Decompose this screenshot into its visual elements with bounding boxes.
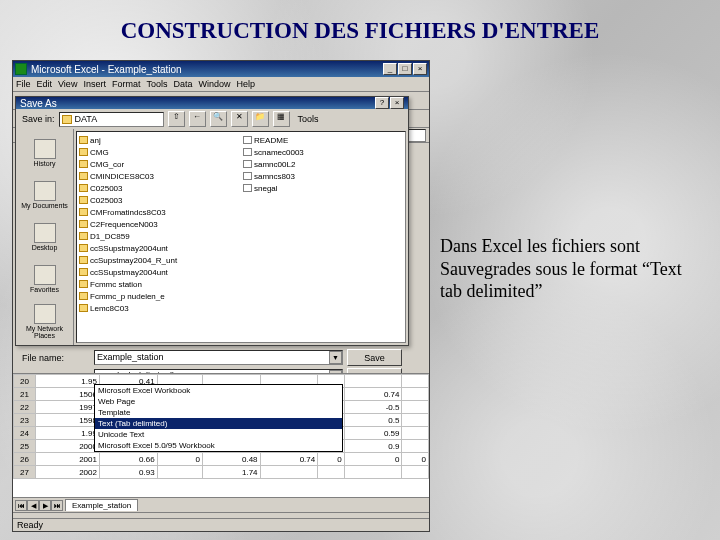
menu-edit[interactable]: Edit bbox=[37, 79, 53, 89]
file-item[interactable]: README bbox=[243, 134, 403, 146]
menu-insert[interactable]: Insert bbox=[83, 79, 106, 89]
file-item[interactable]: CMG bbox=[79, 146, 239, 158]
cell[interactable]: 1.74 bbox=[202, 466, 260, 479]
place-favorites[interactable]: Favorites bbox=[20, 259, 70, 299]
place-mydocs[interactable]: My Documents bbox=[20, 175, 70, 215]
file-item[interactable]: Fcmmc station bbox=[79, 278, 239, 290]
file-item[interactable]: anj bbox=[79, 134, 239, 146]
cell[interactable] bbox=[344, 466, 402, 479]
row-header[interactable]: 20 bbox=[14, 375, 36, 388]
tab-last-icon[interactable]: ⏭ bbox=[51, 500, 63, 511]
maximize-button[interactable]: □ bbox=[398, 63, 412, 75]
menu-format[interactable]: Format bbox=[112, 79, 141, 89]
file-item[interactable]: C2FrequenceN003 bbox=[79, 218, 239, 230]
row-header[interactable]: 23 bbox=[14, 414, 36, 427]
menu-window[interactable]: Window bbox=[198, 79, 230, 89]
file-item[interactable]: snegal bbox=[243, 182, 403, 194]
cell[interactable]: 1.95 bbox=[36, 375, 100, 388]
cell[interactable]: 0 bbox=[402, 453, 429, 466]
cell[interactable]: 0 bbox=[157, 453, 202, 466]
cell[interactable] bbox=[402, 440, 429, 453]
row-header[interactable]: 27 bbox=[14, 466, 36, 479]
dropdown-arrow-icon[interactable]: ▼ bbox=[329, 351, 342, 364]
menu-tools[interactable]: Tools bbox=[146, 79, 167, 89]
menu-file[interactable]: File bbox=[16, 79, 31, 89]
cell[interactable]: 0.5 bbox=[344, 414, 402, 427]
savetype-dropdown[interactable]: Microsoft Excel WorkbookWeb PageTemplate… bbox=[94, 384, 343, 452]
cell[interactable]: 1598 bbox=[36, 414, 100, 427]
place-history[interactable]: History bbox=[20, 133, 70, 173]
minimize-button[interactable]: _ bbox=[383, 63, 397, 75]
cell[interactable]: 0.9 bbox=[344, 440, 402, 453]
file-item[interactable]: samncs803 bbox=[243, 170, 403, 182]
cell[interactable] bbox=[318, 466, 345, 479]
dropdown-option[interactable]: Template bbox=[95, 407, 342, 418]
file-item[interactable]: D1_DC859 bbox=[79, 230, 239, 242]
dropdown-option[interactable]: Text (Tab delimited) bbox=[95, 418, 342, 429]
place-desktop[interactable]: Desktop bbox=[20, 217, 70, 257]
cell[interactable] bbox=[260, 466, 318, 479]
save-button[interactable]: Save bbox=[347, 349, 402, 366]
file-item[interactable]: Fcmmc_p nudelen_e bbox=[79, 290, 239, 302]
row-header[interactable]: 22 bbox=[14, 401, 36, 414]
file-item[interactable]: CMINDICES8C03 bbox=[79, 170, 239, 182]
dropdown-option[interactable]: Microsoft Excel 5.0/95 Workbook bbox=[95, 440, 342, 451]
cell[interactable] bbox=[402, 375, 429, 388]
file-item[interactable]: C025003 bbox=[79, 194, 239, 206]
cell[interactable]: -0.5 bbox=[344, 401, 402, 414]
file-list[interactable]: anjCMGCMG_corCMINDICES8C03C025003C025003… bbox=[76, 131, 406, 343]
row-header[interactable]: 24 bbox=[14, 427, 36, 440]
menu-data[interactable]: Data bbox=[173, 79, 192, 89]
back-icon[interactable]: ← bbox=[189, 111, 206, 127]
tab-next-icon[interactable]: ▶ bbox=[39, 500, 51, 511]
search-icon[interactable]: 🔍 bbox=[210, 111, 227, 127]
dialog-close-button[interactable]: × bbox=[390, 97, 404, 109]
filename-input[interactable]: Example_station ▼ bbox=[94, 350, 343, 365]
cell[interactable]: 1997 bbox=[36, 401, 100, 414]
cell[interactable] bbox=[402, 414, 429, 427]
file-item[interactable]: ccSSupstmay2004unt bbox=[79, 266, 239, 278]
dropdown-option[interactable]: Microsoft Excel Workbook bbox=[95, 385, 342, 396]
views-icon[interactable]: ▦ bbox=[273, 111, 290, 127]
cell[interactable]: 0.66 bbox=[99, 453, 157, 466]
cell[interactable] bbox=[402, 388, 429, 401]
file-item[interactable]: scnamec0003 bbox=[243, 146, 403, 158]
newfolder-icon[interactable]: 📁 bbox=[252, 111, 269, 127]
cell[interactable]: 0.74 bbox=[260, 453, 318, 466]
cell[interactable] bbox=[157, 466, 202, 479]
up-folder-icon[interactable]: ⇧ bbox=[168, 111, 185, 127]
place-network[interactable]: My Network Places bbox=[20, 301, 70, 341]
row-header[interactable]: 25 bbox=[14, 440, 36, 453]
tab-first-icon[interactable]: ⏮ bbox=[15, 500, 27, 511]
cell[interactable]: 0.48 bbox=[202, 453, 260, 466]
cell[interactable]: 2000 bbox=[36, 440, 100, 453]
sheet-tab[interactable]: Example_station bbox=[65, 499, 138, 511]
row-header[interactable]: 26 bbox=[14, 453, 36, 466]
close-button[interactable]: × bbox=[413, 63, 427, 75]
cell[interactable]: 0.74 bbox=[344, 388, 402, 401]
cell[interactable]: 0 bbox=[318, 453, 345, 466]
file-item[interactable]: samnc00L2 bbox=[243, 158, 403, 170]
file-item[interactable]: C025003 bbox=[79, 182, 239, 194]
file-item[interactable]: CMFromatindcs8C03 bbox=[79, 206, 239, 218]
cell[interactable] bbox=[344, 375, 402, 388]
savein-combo[interactable]: DATA bbox=[59, 112, 164, 127]
cell[interactable]: 2002 bbox=[36, 466, 100, 479]
dropdown-option[interactable]: Unicode Text bbox=[95, 429, 342, 440]
tab-prev-icon[interactable]: ◀ bbox=[27, 500, 39, 511]
cell[interactable]: 0 bbox=[344, 453, 402, 466]
cell[interactable]: 1.99 bbox=[36, 427, 100, 440]
cell[interactable]: 0.93 bbox=[99, 466, 157, 479]
row-header[interactable]: 21 bbox=[14, 388, 36, 401]
cell[interactable] bbox=[402, 466, 429, 479]
menu-help[interactable]: Help bbox=[236, 79, 255, 89]
cell[interactable] bbox=[402, 427, 429, 440]
file-item[interactable]: Lemc8C03 bbox=[79, 302, 239, 314]
file-item[interactable]: ccSupstmay2004_R_unt bbox=[79, 254, 239, 266]
delete-icon[interactable]: ✕ bbox=[231, 111, 248, 127]
cell[interactable] bbox=[402, 401, 429, 414]
tools-menu[interactable]: Tools bbox=[298, 114, 319, 124]
dropdown-option[interactable]: Web Page bbox=[95, 396, 342, 407]
cell[interactable]: 0.59 bbox=[344, 427, 402, 440]
help-button[interactable]: ? bbox=[375, 97, 389, 109]
